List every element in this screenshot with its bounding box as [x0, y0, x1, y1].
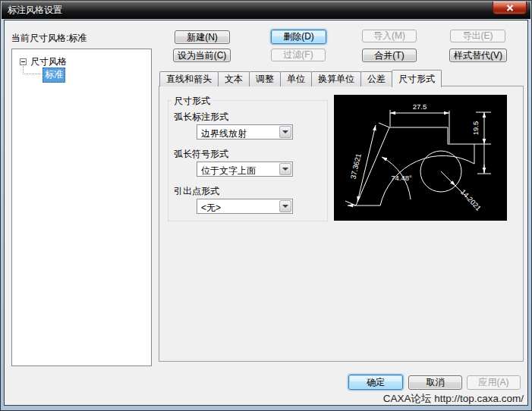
dimension-style-dialog: 标注风格设置 当前尺寸风格:标准 尺寸风格 标准 新建(N) 删除(D) 导入(…: [0, 0, 532, 411]
export-button: 导出(E): [450, 30, 505, 42]
tab-dimension-form-active[interactable]: 尺寸形式: [392, 70, 442, 87]
arc-dim-form-label: 弧长标注形式: [174, 111, 228, 124]
leader-point-form-value: <无>: [201, 202, 221, 215]
dropdown-button[interactable]: [279, 200, 291, 212]
filter-button: 过滤(F): [271, 49, 326, 61]
tab-text[interactable]: 文本: [218, 71, 250, 86]
dim-angle: 74.48°: [391, 174, 412, 182]
ok-button[interactable]: 确定: [348, 375, 403, 390]
new-button[interactable]: 新建(N): [175, 30, 230, 44]
dim-top-width: 27.5: [413, 102, 427, 111]
chevron-down-icon: [282, 130, 288, 133]
preview-part-outline: [356, 127, 474, 206]
tree-connector: [23, 74, 40, 74]
settings-tab-strip: 直线和箭头 文本 调整 单位 换算单位 公差 尺寸形式: [159, 69, 441, 86]
style-override-button[interactable]: 样式替代(V): [449, 49, 507, 62]
window-title: 标注风格设置: [8, 4, 62, 17]
style-tree[interactable]: 尺寸风格 标准: [11, 49, 152, 366]
set-current-button[interactable]: 设为当前(C): [173, 49, 231, 62]
tab-lines-arrows[interactable]: 直线和箭头: [159, 71, 219, 86]
import-button: 导入(M): [362, 30, 417, 42]
close-icon: [506, 5, 514, 11]
tree-node-standard-selected[interactable]: 标准: [42, 67, 65, 83]
tab-units[interactable]: 单位: [280, 71, 312, 86]
dropdown-button[interactable]: [279, 163, 291, 175]
leader-point-form-select[interactable]: <无>: [197, 199, 293, 214]
close-button[interactable]: [493, 2, 527, 14]
leader-point-form-label: 引出点形式: [174, 185, 219, 198]
chevron-down-icon: [282, 205, 288, 208]
arc-dim-form-select[interactable]: 边界线放射: [197, 124, 293, 140]
forum-watermark: CAXA论坛 http://top.caxa.com/: [289, 392, 524, 406]
delete-button[interactable]: 删除(D): [271, 30, 326, 44]
arc-symbol-form-select[interactable]: 位于文字上面: [197, 162, 293, 177]
arc-symbol-form-value: 位于文字上面: [201, 165, 256, 177]
dropdown-button[interactable]: [279, 126, 291, 138]
dimension-preview-image: 27.5 19.5 37.3621 74.48° 14.2021: [334, 95, 507, 221]
tree-collapse-icon[interactable]: [20, 58, 27, 65]
tab-alt-units[interactable]: 换算单位: [311, 71, 361, 86]
current-style-label: 当前尺寸风格:标准: [11, 32, 87, 45]
dim-right-height: 19.5: [471, 121, 480, 136]
dim-slant-length: 37.3621: [348, 152, 362, 180]
arc-dim-form-value: 边界线放射: [201, 127, 247, 140]
tab-tolerance[interactable]: 公差: [360, 71, 392, 86]
title-bar[interactable]: 标注风格设置: [2, 1, 530, 19]
tree-node-dimension-style[interactable]: 尺寸风格: [30, 55, 67, 68]
chevron-down-icon: [282, 168, 288, 171]
tab-adjust[interactable]: 调整: [249, 71, 281, 86]
merge-button[interactable]: 合并(T): [362, 49, 417, 62]
cancel-button[interactable]: 取消: [408, 375, 462, 390]
apply-button: 应用(A): [467, 375, 521, 390]
dim-radius: 14.2021: [459, 187, 483, 212]
groupbox-label: 尺寸形式: [172, 95, 212, 108]
arc-symbol-form-label: 弧长符号形式: [174, 148, 228, 161]
